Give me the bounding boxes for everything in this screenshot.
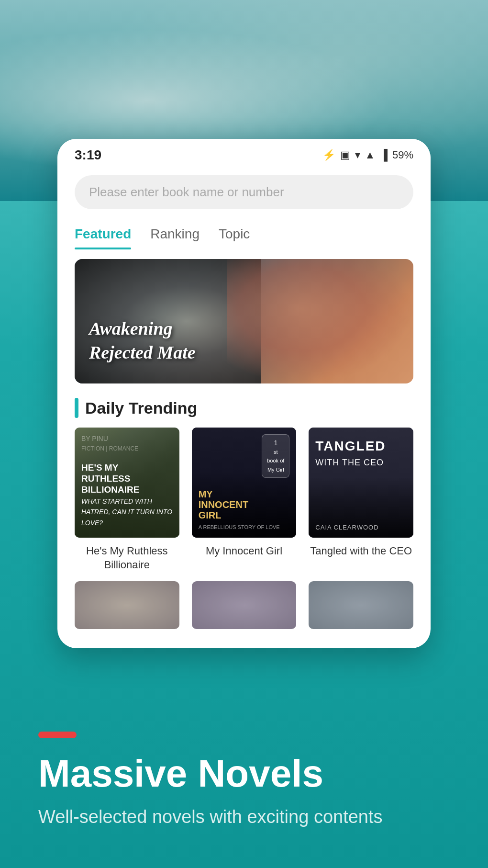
- bottom-accent-bar: [38, 732, 77, 738]
- banner-title: AwakeningRejected Mate: [89, 317, 196, 364]
- vibrate-icon: ▣: [340, 149, 350, 161]
- banner-girl: [227, 259, 413, 383]
- book-display-title-2: My Innocent Girl: [192, 544, 297, 558]
- book-item-3[interactable]: TANGLEDWith the CEO CAIA CLEARWOOD Tangl…: [309, 428, 413, 572]
- wifi-icon: ▾: [355, 149, 360, 161]
- search-placeholder-text: Please enter book name or number: [89, 185, 284, 200]
- tab-featured[interactable]: Featured: [75, 220, 131, 249]
- phone-card: 3:19 ⚡ ▣ ▾ ▲ ▐ 59% Please enter book nam…: [57, 139, 431, 648]
- status-bar: 3:19 ⚡ ▣ ▾ ▲ ▐ 59%: [57, 139, 431, 168]
- section-title: Daily Trending: [85, 399, 197, 417]
- battery-icon: ▐: [380, 149, 388, 161]
- search-bar[interactable]: Please enter book name or number: [75, 175, 413, 209]
- book-item-5: [192, 581, 297, 629]
- tabs-container: Featured Ranking Topic: [57, 215, 431, 249]
- book-cover-2: 1stbook ofMy Girl MYINNOCENTGIRLA REBELL…: [192, 428, 297, 538]
- promo-title: Massive Novels: [38, 753, 450, 795]
- tab-ranking[interactable]: Ranking: [150, 220, 200, 249]
- book-cover-3: TANGLEDWith the CEO CAIA CLEARWOOD: [309, 428, 413, 538]
- status-icons: ⚡ ▣ ▾ ▲ ▐ 59%: [322, 149, 413, 161]
- daily-trending-header: Daily Trending: [57, 393, 431, 428]
- book-display-title-3: Tangled with the CEO: [309, 544, 413, 558]
- book-item-6: [309, 581, 413, 629]
- books-grid-row2: [57, 572, 431, 629]
- signal-icon: ▲: [365, 149, 376, 161]
- book-cover-1: BY PINUFICTION | ROMANCE HE'S MYRUTHLESS…: [75, 428, 179, 538]
- book-item-2[interactable]: 1stbook ofMy Girl MYINNOCENTGIRLA REBELL…: [192, 428, 297, 572]
- book-author-3: CAIA CLEARWOOD: [315, 524, 407, 531]
- book-title-cover-1: HE'S MYRUTHLESSBILLIONAIREWhat started w…: [81, 462, 173, 528]
- bottom-promo: Massive Novels Well-selected novels with…: [0, 703, 488, 868]
- tab-topic[interactable]: Topic: [219, 220, 250, 249]
- book-item-4: [75, 581, 179, 629]
- battery-percent: 59%: [392, 149, 413, 161]
- book-display-title-1: He's My Ruthless Billionaire: [75, 544, 179, 572]
- bluetooth-icon: ⚡: [322, 149, 335, 161]
- status-time: 3:19: [75, 147, 101, 163]
- search-container: Please enter book name or number: [57, 168, 431, 215]
- promo-subtitle: Well-selected novels with exciting conte…: [38, 804, 450, 830]
- section-bar-accent: [75, 398, 78, 418]
- featured-banner[interactable]: AwakeningRejected Mate: [75, 259, 413, 383]
- books-grid: BY PINUFICTION | ROMANCE HE'S MYRUTHLESS…: [57, 428, 431, 572]
- book-title-cover-3: TANGLEDWith the CEO: [315, 439, 407, 469]
- book-title-cover-2: MYINNOCENTGIRLA REBELLIOUS STORY OF LOVE: [199, 489, 290, 531]
- book-item-1[interactable]: BY PINUFICTION | ROMANCE HE'S MYRUTHLESS…: [75, 428, 179, 572]
